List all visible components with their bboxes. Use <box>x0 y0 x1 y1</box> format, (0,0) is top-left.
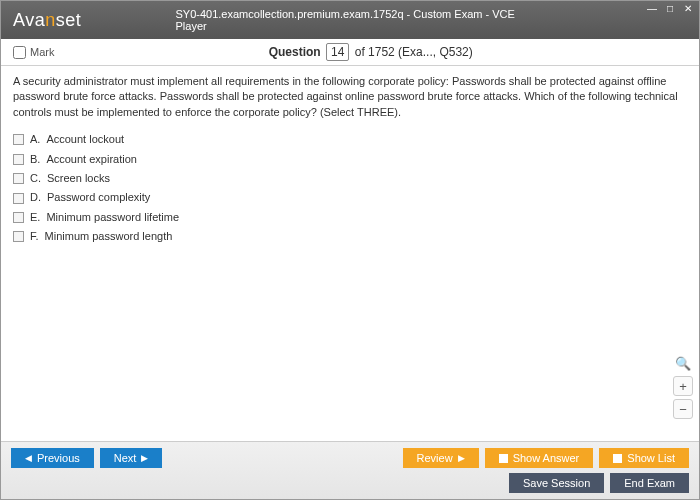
question-word: Question <box>269 45 321 59</box>
footer-row-2: Save Session End Exam <box>11 473 689 493</box>
zoom-in-button[interactable]: + <box>673 376 693 396</box>
question-number: 14 <box>326 43 349 61</box>
previous-button[interactable]: ◀Previous <box>11 448 94 468</box>
action-buttons-1: Review▶ Show Answer Show List <box>403 448 689 468</box>
logo-text-post: set <box>56 10 82 30</box>
search-icon[interactable]: 🔍 <box>673 353 693 373</box>
option-text: Password complexity <box>47 190 150 205</box>
option-letter: D. <box>30 190 41 205</box>
option-e[interactable]: E.Minimum password lifetime <box>13 208 687 227</box>
option-text: Account lockout <box>46 132 124 147</box>
show-answer-button[interactable]: Show Answer <box>485 448 594 468</box>
app-logo: Avanset <box>13 10 81 31</box>
save-session-button[interactable]: Save Session <box>509 473 604 493</box>
question-header: Mark Question 14 of 1752 (Exa..., Q532) <box>1 39 699 66</box>
action-buttons-2: Save Session End Exam <box>509 473 689 493</box>
option-a[interactable]: A.Account lockout <box>13 130 687 149</box>
question-body: A security administrator must implement … <box>1 66 699 255</box>
footer: ◀Previous Next▶ Review▶ Show Answer Show… <box>1 441 699 499</box>
option-f[interactable]: F.Minimum password length <box>13 227 687 246</box>
show-list-button[interactable]: Show List <box>599 448 689 468</box>
square-icon <box>613 454 622 463</box>
review-button[interactable]: Review▶ <box>403 448 479 468</box>
close-button[interactable]: ✕ <box>679 1 697 15</box>
mark-label: Mark <box>30 46 54 58</box>
chevron-left-icon: ◀ <box>25 453 32 463</box>
zoom-out-button[interactable]: − <box>673 399 693 419</box>
nav-buttons: ◀Previous Next▶ <box>11 448 162 468</box>
logo-text-orange: n <box>45 10 56 30</box>
minimize-button[interactable]: — <box>643 1 661 15</box>
option-b[interactable]: B.Account expiration <box>13 150 687 169</box>
options-list: A.Account lockout B.Account expiration C… <box>13 130 687 246</box>
question-indicator: Question 14 of 1752 (Exa..., Q532) <box>269 45 473 59</box>
option-letter: E. <box>30 210 40 225</box>
checkbox-icon[interactable] <box>13 134 24 145</box>
previous-label: Previous <box>37 452 80 464</box>
option-letter: B. <box>30 152 40 167</box>
option-c[interactable]: C.Screen locks <box>13 169 687 188</box>
mark-checkbox[interactable] <box>13 46 26 59</box>
titlebar: Avanset SY0-401.examcollection.premium.e… <box>1 1 699 39</box>
option-text: Account expiration <box>46 152 137 167</box>
option-letter: C. <box>30 171 41 186</box>
option-text: Minimum password length <box>45 229 173 244</box>
option-d[interactable]: D.Password complexity <box>13 188 687 207</box>
checkbox-icon[interactable] <box>13 193 24 204</box>
window-title: SY0-401.examcollection.premium.exam.1752… <box>176 8 525 32</box>
checkbox-icon[interactable] <box>13 212 24 223</box>
window-controls: — □ ✕ <box>643 1 697 15</box>
show-answer-label: Show Answer <box>513 452 580 464</box>
end-exam-button[interactable]: End Exam <box>610 473 689 493</box>
question-text: A security administrator must implement … <box>13 74 687 120</box>
chevron-right-icon: ▶ <box>458 453 465 463</box>
review-label: Review <box>417 452 453 464</box>
maximize-button[interactable]: □ <box>661 1 679 15</box>
option-text: Screen locks <box>47 171 110 186</box>
chevron-right-icon: ▶ <box>141 453 148 463</box>
checkbox-icon[interactable] <box>13 173 24 184</box>
option-letter: F. <box>30 229 39 244</box>
footer-row-1: ◀Previous Next▶ Review▶ Show Answer Show… <box>11 448 689 468</box>
checkbox-icon[interactable] <box>13 154 24 165</box>
zoom-controls: 🔍 + − <box>673 353 693 419</box>
question-total: of 1752 (Exa..., Q532) <box>351 45 472 59</box>
square-icon <box>499 454 508 463</box>
show-list-label: Show List <box>627 452 675 464</box>
next-button[interactable]: Next▶ <box>100 448 163 468</box>
next-label: Next <box>114 452 137 464</box>
logo-text-pre: Ava <box>13 10 45 30</box>
option-text: Minimum password lifetime <box>46 210 179 225</box>
option-letter: A. <box>30 132 40 147</box>
checkbox-icon[interactable] <box>13 231 24 242</box>
